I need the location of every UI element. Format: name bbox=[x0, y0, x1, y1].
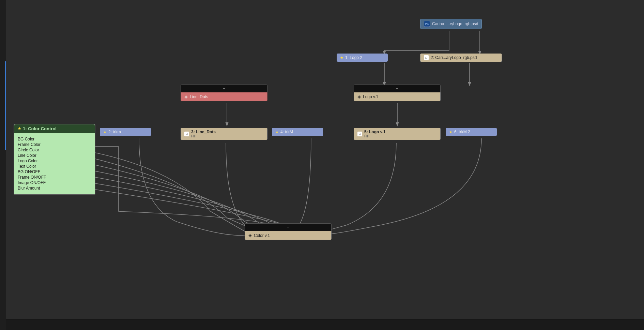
carina-file-label: Carina_...ryLogo_rgb.psd bbox=[432, 21, 478, 26]
line-dots-comp-header[interactable]: + bbox=[181, 85, 267, 92]
logo2-header[interactable]: ★ 1: Logo 2 bbox=[337, 54, 388, 62]
prop-text-color[interactable]: Text Color bbox=[18, 164, 91, 169]
logo-sub: Fill bbox=[364, 134, 385, 138]
ps-icon: Ps bbox=[424, 21, 430, 27]
sidebar-strip bbox=[0, 0, 6, 330]
color-comp-icon: ◈ bbox=[248, 233, 252, 238]
logo-comp-body[interactable]: ◈ Logo v.1 bbox=[354, 92, 441, 101]
trkm6-star: ★ bbox=[449, 130, 453, 134]
trkm4-star: ★ bbox=[275, 130, 279, 134]
color-comp-plus: + bbox=[287, 225, 289, 230]
logo-comp[interactable]: + ◈ Logo v.1 bbox=[354, 85, 441, 101]
prop-image-onoff[interactable]: Image ON/OFF bbox=[18, 180, 91, 185]
line-dots-node[interactable]: □ 3: Line_Dots Fill bbox=[181, 128, 267, 140]
trkm4-header[interactable]: ★ 4: trkM bbox=[272, 128, 323, 136]
node-canvas: Ps Carina_...ryLogo_rgb.psd ★ 1: Logo 2 … bbox=[6, 0, 644, 330]
line-dots-comp-icon: ◈ bbox=[184, 94, 188, 99]
trkm2-label: 2: trkm bbox=[108, 130, 121, 134]
logo2-label: 1: Logo 2 bbox=[345, 55, 362, 60]
line-dots-comp[interactable]: + ◈ Line_Dots bbox=[181, 85, 267, 101]
logo-comp-plus: + bbox=[396, 86, 398, 91]
line-dots-num: 3: Line_Dots bbox=[191, 130, 216, 134]
trkm6-node[interactable]: ★ 6: trkM 2 bbox=[446, 128, 497, 136]
trkm6-header[interactable]: ★ 6: trkM 2 bbox=[446, 128, 497, 136]
trkm4-label: 4: trkM bbox=[280, 130, 293, 134]
color-control-star: ★ bbox=[18, 126, 21, 131]
logo-comp-label: Logo v.1 bbox=[363, 94, 378, 99]
line-dots-sub: Fill bbox=[191, 134, 216, 138]
prop-line-color[interactable]: Line Color bbox=[18, 153, 91, 158]
logo-comp-icon: ◈ bbox=[357, 94, 361, 99]
prop-circle-color[interactable]: Circle Color bbox=[18, 147, 91, 153]
logo-node-icon: □ bbox=[357, 132, 362, 136]
line-dots-body[interactable]: □ 3: Line_Dots Fill bbox=[181, 128, 267, 140]
logo-node[interactable]: □ 5: Logo v.1 Fill bbox=[354, 128, 441, 140]
trkm2-star: ★ bbox=[103, 130, 107, 134]
color-comp-body[interactable]: ◈ Color v.1 bbox=[245, 231, 332, 240]
line-dots-icon: □ bbox=[184, 132, 189, 136]
color-control-node[interactable]: ★ 1: Color Control BG Color Frame Color … bbox=[14, 124, 95, 195]
prop-bg-onoff[interactable]: BG ON/OFF bbox=[18, 169, 91, 175]
logo2-node[interactable]: ★ 1: Logo 2 bbox=[337, 54, 388, 62]
connections-svg bbox=[6, 0, 644, 330]
color-comp-label: Color v.1 bbox=[254, 233, 270, 238]
line-dots-comp-body[interactable]: ◈ Line_Dots bbox=[181, 92, 267, 101]
line-dots-content: 3: Line_Dots Fill bbox=[191, 130, 216, 138]
line-dots-plus: + bbox=[223, 86, 225, 91]
logo-body[interactable]: □ 5: Logo v.1 Fill bbox=[354, 128, 441, 140]
carina-file-node[interactable]: Ps Carina_...ryLogo_rgb.psd bbox=[420, 19, 482, 29]
color-control-label: 1: Color Control bbox=[23, 126, 57, 131]
color-comp-header[interactable]: + bbox=[245, 223, 332, 231]
prop-blur-amount[interactable]: Blur Amount bbox=[18, 185, 91, 191]
logo2-star: ★ bbox=[340, 56, 343, 60]
color-control-props: BG Color Frame Color Circle Color Line C… bbox=[18, 135, 91, 192]
cari-psd-node[interactable]: □ 2: Cari...aryLogo_rgb.psd bbox=[420, 54, 502, 62]
prop-frame-onoff[interactable]: Frame ON/OFF bbox=[18, 175, 91, 180]
cari-psd-icon: □ bbox=[424, 55, 429, 60]
sidebar-blue-accent bbox=[5, 61, 6, 150]
line-dots-comp-label: Line_Dots bbox=[190, 94, 208, 99]
bottom-bar bbox=[0, 319, 644, 330]
logo-content: 5: Logo v.1 Fill bbox=[364, 130, 385, 138]
color-control-title[interactable]: ★ 1: Color Control bbox=[14, 124, 95, 133]
cari-psd-body[interactable]: □ 2: Cari...aryLogo_rgb.psd bbox=[420, 54, 502, 62]
logo-comp-header[interactable]: + bbox=[354, 85, 441, 92]
color-comp[interactable]: + ◈ Color v.1 bbox=[245, 223, 332, 240]
trkm6-label: 6: trkM 2 bbox=[454, 130, 470, 134]
trkm2-node[interactable]: ★ 2: trkm bbox=[100, 128, 151, 136]
trkm2-header[interactable]: ★ 2: trkm bbox=[100, 128, 151, 136]
cari-psd-label: 2: Cari...aryLogo_rgb.psd bbox=[431, 55, 477, 60]
prop-logo-color[interactable]: Logo Color bbox=[18, 158, 91, 164]
prop-bg-color[interactable]: BG Color bbox=[18, 136, 91, 142]
trkm4-node[interactable]: ★ 4: trkM bbox=[272, 128, 323, 136]
logo-num: 5: Logo v.1 bbox=[364, 130, 385, 134]
prop-frame-color[interactable]: Frame Color bbox=[18, 142, 91, 147]
